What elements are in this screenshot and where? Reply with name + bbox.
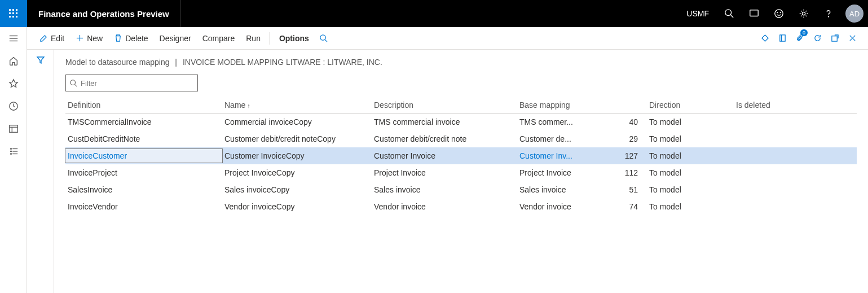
col-header-name[interactable]: Name↑	[222, 97, 372, 113]
table-row[interactable]: InvoiceCustomerCustomer InvoiceCopyCusto…	[65, 147, 857, 164]
divider	[180, 0, 181, 27]
filter-funnel-icon[interactable]	[27, 50, 54, 70]
col-header-direction[interactable]: Direction	[647, 97, 734, 113]
table-row[interactable]: InvoiceProjectProject InvoiceCopyProject…	[65, 164, 857, 181]
cell[interactable]: 74	[613, 200, 647, 213]
open-in-office-icon[interactable]	[774, 27, 791, 50]
cell[interactable]: Customer debit/credit note	[372, 132, 517, 146]
cell[interactable]	[734, 120, 801, 124]
cell[interactable]: Project Invoice	[372, 166, 517, 180]
cell[interactable]: 51	[613, 183, 647, 196]
feedback-icon[interactable]	[768, 0, 790, 27]
cell[interactable]: To model	[647, 183, 734, 196]
svg-point-9	[725, 10, 732, 16]
refresh-icon[interactable]	[809, 27, 826, 50]
col-header-base[interactable]: Base mapping	[517, 97, 613, 113]
svg-point-14	[780, 12, 781, 13]
cell[interactable]: CustDebitCreditNote	[65, 132, 222, 146]
cell[interactable]: Customer debit/credit noteCopy	[222, 132, 372, 146]
hamburger-icon[interactable]	[0, 27, 27, 50]
svg-rect-7	[12, 16, 14, 18]
content-area: Model to datasource mapping | INVOICE MO…	[54, 50, 868, 293]
svg-rect-4	[12, 12, 14, 14]
user-avatar[interactable]: AD	[845, 5, 863, 23]
attachment-badge: 0	[800, 29, 808, 36]
cell[interactable]	[734, 170, 801, 175]
cell[interactable]: To model	[647, 200, 734, 213]
cell[interactable]: Customer InvoiceCopy	[222, 149, 372, 163]
options-button[interactable]: Options	[274, 27, 315, 50]
close-icon[interactable]	[844, 27, 861, 50]
col-header-deleted[interactable]: Is deleted	[734, 97, 801, 113]
cell[interactable]: Vendor invoice	[517, 200, 613, 213]
table-row[interactable]: CustDebitCreditNoteCustomer debit/credit…	[65, 130, 857, 147]
company-code[interactable]: USMF	[680, 9, 716, 18]
cell[interactable]: Commercial invoiceCopy	[222, 115, 372, 129]
settings-icon[interactable]	[792, 0, 815, 27]
favorites-icon[interactable]	[0, 72, 27, 95]
cell[interactable]: TMSCommercialInvoice	[65, 115, 222, 129]
cell[interactable]	[734, 204, 801, 209]
cell[interactable]: To model	[647, 132, 734, 146]
messages-icon[interactable]	[743, 0, 765, 27]
cell[interactable]: Customer Invoice	[372, 149, 517, 163]
table-row[interactable]: SalesInvoiceSales invoiceCopySales invoi…	[65, 181, 857, 198]
svg-point-32	[320, 35, 325, 40]
cell[interactable]: 127	[613, 149, 647, 163]
cell[interactable]: Vendor invoice	[372, 200, 517, 213]
run-button[interactable]: Run	[240, 27, 266, 50]
col-header-definition[interactable]: Definition	[65, 97, 222, 113]
delete-button[interactable]: Delete	[108, 27, 153, 50]
grid-header: Definition Name↑ Description Base mappin…	[65, 97, 857, 113]
workspaces-icon[interactable]	[0, 117, 27, 140]
cell[interactable]: Sales invoice	[517, 183, 613, 196]
popout-icon[interactable]	[826, 27, 844, 50]
cell[interactable]: To model	[647, 149, 734, 163]
table-row[interactable]: TMSCommercialInvoiceCommercial invoiceCo…	[65, 113, 857, 130]
app-launcher-button[interactable]	[0, 0, 27, 27]
designer-button[interactable]: Designer	[154, 27, 197, 50]
cell[interactable]: Sales invoiceCopy	[222, 183, 372, 196]
col-header-description[interactable]: Description	[372, 97, 517, 113]
modules-icon[interactable]	[0, 140, 27, 163]
cell[interactable]: InvoiceProject	[65, 166, 222, 180]
cell[interactable]: 112	[613, 166, 647, 180]
svg-point-16	[828, 16, 829, 17]
cell[interactable]: Project Invoice	[517, 166, 613, 180]
cell[interactable]: Sales invoice	[372, 183, 517, 196]
cell[interactable]: To model	[647, 115, 734, 129]
attachments-icon[interactable]: 0	[791, 27, 809, 50]
table-row[interactable]: InvoiceVendorVendor invoiceCopyVendor in…	[65, 198, 857, 215]
cell[interactable]: 40	[613, 115, 647, 129]
cell[interactable]: Project InvoiceCopy	[222, 166, 372, 180]
cell[interactable]: TMS commercial invoice	[372, 115, 517, 129]
cell[interactable]: SalesInvoice	[65, 183, 222, 196]
cell[interactable]: InvoiceVendor	[65, 200, 222, 213]
help-icon[interactable]	[817, 0, 840, 27]
svg-rect-0	[9, 9, 11, 11]
cell[interactable]: TMS commer...	[517, 115, 613, 129]
cell[interactable]: Vendor invoiceCopy	[222, 200, 372, 213]
recent-icon[interactable]	[0, 95, 27, 117]
col-header-num[interactable]	[613, 97, 647, 113]
breadcrumb-root[interactable]: Model to datasource mapping	[65, 58, 169, 67]
compare-button[interactable]: Compare	[197, 27, 241, 50]
home-icon[interactable]	[0, 50, 27, 72]
cell[interactable]: Customer de...	[517, 132, 613, 146]
filter-input[interactable]	[77, 79, 194, 88]
cell[interactable]	[734, 137, 801, 141]
search-icon[interactable]	[718, 0, 741, 27]
cell[interactable]	[734, 187, 801, 192]
cell[interactable]: Customer Inv...	[517, 149, 613, 163]
sort-asc-icon: ↑	[245, 102, 250, 109]
new-button[interactable]: New	[70, 27, 108, 50]
cell[interactable]: To model	[647, 166, 734, 180]
filter-box[interactable]	[65, 75, 198, 91]
find-button[interactable]	[315, 27, 332, 50]
edit-button[interactable]: Edit	[34, 27, 70, 50]
cell[interactable]: InvoiceCustomer	[65, 149, 222, 163]
cell[interactable]	[734, 154, 801, 158]
cell[interactable]: 29	[613, 132, 647, 146]
diamond-icon[interactable]	[756, 27, 774, 50]
svg-rect-3	[9, 12, 11, 14]
